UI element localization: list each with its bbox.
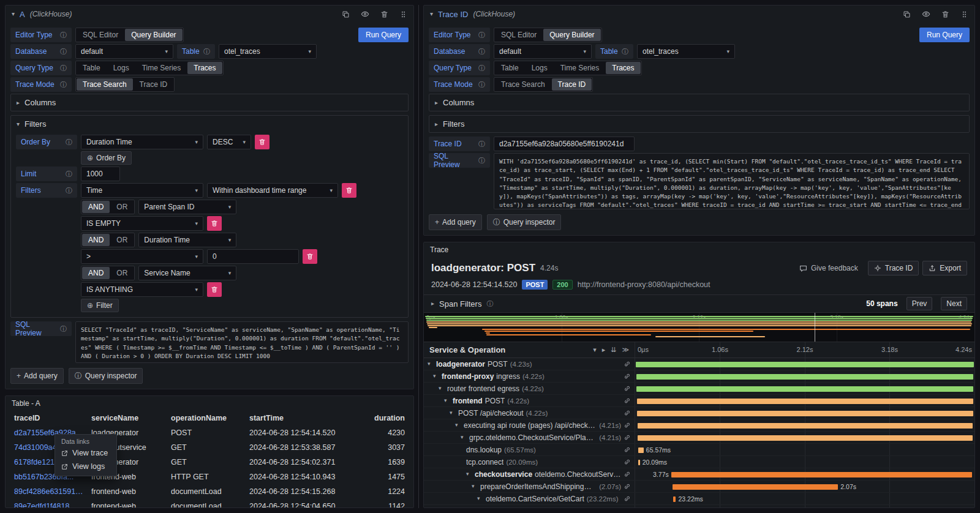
cell-traceID[interactable]: 89e7edfd1f4818... <box>10 499 88 507</box>
span-collapse-icon[interactable]: ▾ <box>433 373 439 379</box>
database-select[interactable]: default▾ <box>494 44 592 59</box>
give-feedback-link[interactable]: Give feedback <box>799 264 858 272</box>
collapse-all-icon[interactable]: ⇊ <box>611 346 616 353</box>
span-row[interactable]: ▾prepareOrderItemsAndShippingQuoteFromCa… <box>424 481 974 493</box>
span-filters-label[interactable]: Span Filters <box>439 299 481 309</box>
span-bar[interactable] <box>637 399 973 404</box>
span-link-icon[interactable] <box>624 373 631 380</box>
expand-all-icon[interactable]: ≫ <box>622 346 629 353</box>
collapse-one-icon[interactable]: ▾ <box>593 346 597 353</box>
duplicate-query-icon[interactable] <box>342 10 350 18</box>
span-row[interactable]: ▾cartserviceoteldemo.CartService/GetCart <box>424 505 974 507</box>
sql-editor-button[interactable]: SQL Editor <box>77 29 124 41</box>
span-row[interactable]: ▾checkoutserviceoteldemo.CheckoutService… <box>424 468 974 481</box>
panel-title[interactable]: Trace <box>424 242 974 257</box>
span-link-icon[interactable] <box>624 397 631 405</box>
info-icon[interactable]: ⓘ <box>478 48 485 55</box>
info-icon[interactable]: ⓘ <box>486 301 493 307</box>
view-logs-link[interactable]: View logs <box>55 460 116 473</box>
span-row[interactable]: ▾POST /api/checkout(4.22s) <box>424 407 974 419</box>
panel-title[interactable]: Table - A <box>6 396 413 411</box>
filter-operator-select[interactable]: >▾ <box>81 249 203 264</box>
info-icon[interactable]: ⓘ <box>60 32 67 39</box>
or-button[interactable]: OR <box>110 201 134 213</box>
columns-toggle[interactable]: ▸ Columns <box>429 94 969 111</box>
table-select[interactable]: otel_traces▾ <box>637 44 735 59</box>
query-type-logs[interactable]: Logs <box>107 62 135 74</box>
hide-query-icon[interactable] <box>922 10 930 18</box>
span-link-icon[interactable] <box>624 495 631 503</box>
span-bar[interactable] <box>638 447 644 453</box>
span-bar[interactable] <box>673 496 676 502</box>
limit-input[interactable] <box>81 167 120 181</box>
span-collapse-icon[interactable]: ▾ <box>472 484 478 489</box>
span-link-icon[interactable] <box>624 410 631 417</box>
info-icon[interactable]: ⓘ <box>478 81 485 88</box>
query-type-table[interactable]: Table <box>495 62 525 74</box>
span-row[interactable]: dns.lookup(65.57ms)65.57ms <box>424 444 974 456</box>
trace-id-input[interactable] <box>494 137 635 151</box>
collapse-query-icon[interactable]: ▾ <box>430 11 433 17</box>
query-ref-id[interactable]: A <box>20 10 25 19</box>
remove-filter-button[interactable] <box>207 282 222 297</box>
remove-filter-button[interactable] <box>342 183 356 198</box>
expand-one-icon[interactable]: ▸ <box>602 346 606 353</box>
span-bar[interactable] <box>671 472 972 477</box>
span-bar[interactable] <box>636 362 974 367</box>
add-order-by-button[interactable]: ⊕Order By <box>81 151 132 165</box>
span-link-icon[interactable] <box>624 434 631 441</box>
span-link-icon[interactable] <box>624 446 631 454</box>
trace-search-button[interactable]: Trace Search <box>495 78 551 91</box>
add-filter-button[interactable]: ⊕Filter <box>81 299 119 312</box>
remove-order-by-button[interactable] <box>255 135 270 149</box>
span-row[interactable]: tcp.connect(20.09ms)20.09ms <box>424 456 974 468</box>
delete-query-icon[interactable] <box>941 10 949 18</box>
order-by-direction-select[interactable]: DESC▾ <box>207 135 251 149</box>
info-icon[interactable]: ⓘ <box>203 48 210 55</box>
query-type-table[interactable]: Table <box>77 62 107 74</box>
query-inspector-button[interactable]: ⓘQuery inspector <box>487 214 562 230</box>
column-header[interactable]: traceID <box>10 411 88 425</box>
span-link-icon[interactable] <box>624 471 631 478</box>
info-icon[interactable]: ⓘ <box>60 81 67 88</box>
info-icon[interactable]: ⓘ <box>60 326 67 332</box>
span-collapse-icon[interactable]: ▾ <box>466 471 472 477</box>
span-collapse-icon[interactable]: ▾ <box>428 361 434 367</box>
column-header[interactable]: duration <box>353 411 409 425</box>
query-builder-button[interactable]: Query Builder <box>125 29 182 41</box>
span-row[interactable]: ▾grpc.oteldemo.CheckoutService/PlaceOrde… <box>424 432 974 444</box>
info-icon[interactable]: ⓘ <box>478 157 485 164</box>
info-icon[interactable]: ⓘ <box>478 32 485 39</box>
info-icon[interactable]: ⓘ <box>622 48 628 55</box>
info-icon[interactable]: ⓘ <box>60 65 67 72</box>
run-query-button[interactable]: Run Query <box>358 28 409 42</box>
or-button[interactable]: OR <box>110 267 134 279</box>
filter-field-select[interactable]: Duration Time▾ <box>138 233 236 247</box>
info-icon[interactable]: ⓘ <box>66 171 72 178</box>
query-inspector-button[interactable]: ⓘQuery inspector <box>69 368 143 384</box>
span-bar[interactable] <box>638 423 973 429</box>
minimap-cursor[interactable] <box>815 313 815 342</box>
query-ref-id[interactable]: Trace ID <box>438 10 468 19</box>
span-bar[interactable] <box>638 435 973 441</box>
drag-handle-icon[interactable] <box>960 10 968 18</box>
query-type-timeseries[interactable]: Time Series <box>136 62 187 74</box>
info-icon[interactable]: ⓘ <box>60 48 67 55</box>
span-row[interactable]: ▾router frontend egress(4.22s) <box>424 383 974 395</box>
span-row[interactable]: ▾oteldemo.CartService/GetCart(23.22ms)23… <box>424 493 974 505</box>
and-button[interactable]: AND <box>82 201 110 213</box>
query-type-traces[interactable]: Traces <box>606 62 640 74</box>
next-span-button[interactable]: Next <box>941 297 967 310</box>
info-icon[interactable]: ⓘ <box>66 139 72 146</box>
cell-traceID[interactable]: 89cf4286e631591b4... <box>10 484 88 499</box>
span-bar[interactable] <box>673 484 838 490</box>
collapse-query-icon[interactable]: ▾ <box>12 11 15 17</box>
hide-query-icon[interactable] <box>361 10 369 18</box>
trace-id-copy-button[interactable]: Trace ID <box>868 261 919 275</box>
column-header[interactable]: startTime <box>246 411 353 425</box>
filter-time-operator-select[interactable]: Within dashboard time range▾ <box>207 183 338 198</box>
span-collapse-icon[interactable]: ▾ <box>439 386 445 391</box>
filter-time-field-select[interactable]: Time▾ <box>81 183 203 198</box>
query-type-logs[interactable]: Logs <box>526 62 554 74</box>
add-query-button[interactable]: +Add query <box>10 368 64 384</box>
